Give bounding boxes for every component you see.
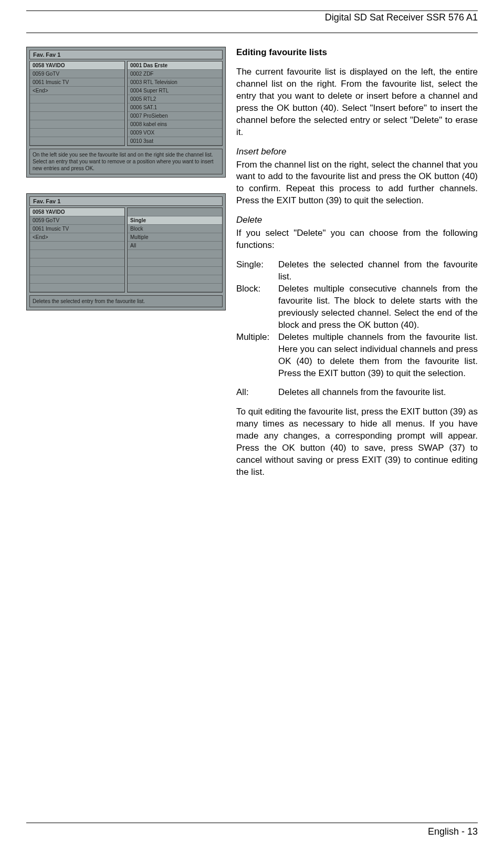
list-item: . [30, 112, 124, 120]
list-item: . [30, 103, 124, 112]
shot2-right-list: .SingleBlockMultipleAll..... [127, 207, 223, 293]
shot1-caption: On the left side you see the favourite l… [29, 149, 223, 174]
para-intro: The current favourite list is displayed … [236, 66, 478, 139]
list-item: 0003 RTL Television [128, 78, 222, 87]
subhead-delete: Delete [236, 214, 478, 226]
list-item: <End> [30, 233, 124, 242]
list-item: . [30, 275, 124, 284]
definition-body: Deletes the selected channel from the fa… [278, 259, 478, 283]
list-item: 0008 kabel eins [128, 120, 222, 129]
footer-rule [26, 823, 478, 823]
definition-label: Multiple: [236, 331, 278, 380]
list-item: . [30, 95, 124, 103]
list-item: Multiple [128, 233, 222, 242]
list-item: 0061 Imusic TV [30, 78, 124, 87]
definition-row: Single:Deletes the selected channel from… [236, 259, 478, 283]
header-rule-bottom [26, 33, 478, 33]
definition-body: Deletes all channels from the favourite … [278, 387, 478, 399]
list-item: . [30, 129, 124, 137]
shot2-titlebar: Fav. Fav 1 [29, 196, 223, 206]
definition-row: All:Deletes all channels from the favour… [236, 387, 478, 399]
list-item: 0005 RTL2 [128, 95, 222, 103]
list-item: . [128, 250, 222, 258]
definition-row: Multiple:Deletes multiple channels from … [236, 331, 478, 380]
shot1-titlebar: Fav. Fav 1 [29, 50, 223, 59]
subhead-insert-before: Insert before [236, 146, 478, 158]
list-item: All [128, 242, 222, 250]
list-item: . [30, 258, 124, 267]
screenshot-fav-list-2: Fav. Fav 1 0058 YAVIDO0059 GoTV0061 Imus… [26, 193, 226, 310]
definition-label: All: [236, 387, 278, 399]
list-item: . [30, 250, 124, 258]
list-item: . [30, 284, 124, 292]
list-item: 0007 ProSieben [128, 112, 222, 120]
list-item: 0006 SAT.1 [128, 103, 222, 112]
list-item: 0004 Super RTL [128, 87, 222, 95]
list-item: . [128, 267, 222, 275]
page-header-title: Digital SD Sat Receiver SSR 576 A1 [26, 12, 478, 23]
list-item: . [128, 284, 222, 292]
shot2-caption: Deletes the selected entry from the favo… [29, 295, 223, 307]
list-item: 0002 ZDF [128, 70, 222, 78]
list-item: . [30, 242, 124, 250]
para-closing: To quit editing the favourite list, pres… [236, 406, 478, 479]
list-item: . [30, 137, 124, 146]
screenshot-fav-list-1: Fav. Fav 1 0058 YAVIDO0059 GoTV0061 Imus… [26, 47, 226, 178]
definition-label: Block: [236, 283, 278, 331]
footer-page-number: English - 13 [26, 826, 478, 837]
definition-body: Deletes multiple channels from the favou… [278, 331, 478, 380]
list-item: . [128, 258, 222, 267]
list-item: <End> [30, 87, 124, 95]
definition-body: Deletes multiple consecutive channels fr… [278, 283, 478, 331]
list-item: . [30, 267, 124, 275]
shot1-left-list: 0058 YAVIDO0059 GoTV0061 Imusic TV<End>.… [29, 61, 125, 146]
list-item: 0010 3sat [128, 137, 222, 146]
list-item: . [128, 275, 222, 284]
list-item: 0001 Das Erste [128, 61, 222, 70]
list-item: Block [128, 225, 222, 233]
shot2-left-list: 0058 YAVIDO0059 GoTV0061 Imusic TV<End>.… [29, 207, 125, 293]
list-item: 0059 GoTV [30, 216, 124, 225]
definition-row: Block:Deletes multiple consecutive chann… [236, 283, 478, 331]
list-item: 0058 YAVIDO [30, 208, 124, 216]
header-rule-top [26, 11, 478, 11]
para-delete-intro: If you select "Delete" you can choose fr… [236, 227, 478, 252]
delete-definitions: Single:Deletes the selected channel from… [236, 259, 478, 399]
section-heading: Editing favourite lists [236, 47, 478, 59]
shot1-right-list: 0001 Das Erste0002 ZDF0003 RTL Televisio… [127, 61, 223, 146]
list-item: 0058 YAVIDO [30, 61, 124, 70]
list-item: Single [128, 216, 222, 225]
para-insert-before: From the channel list on the right, sele… [236, 159, 478, 207]
list-item: 0061 Imusic TV [30, 225, 124, 233]
list-item: 0059 GoTV [30, 70, 124, 78]
list-item: . [128, 208, 222, 216]
list-item: . [30, 120, 124, 129]
definition-label: Single: [236, 259, 278, 283]
list-item: 0009 VOX [128, 129, 222, 137]
